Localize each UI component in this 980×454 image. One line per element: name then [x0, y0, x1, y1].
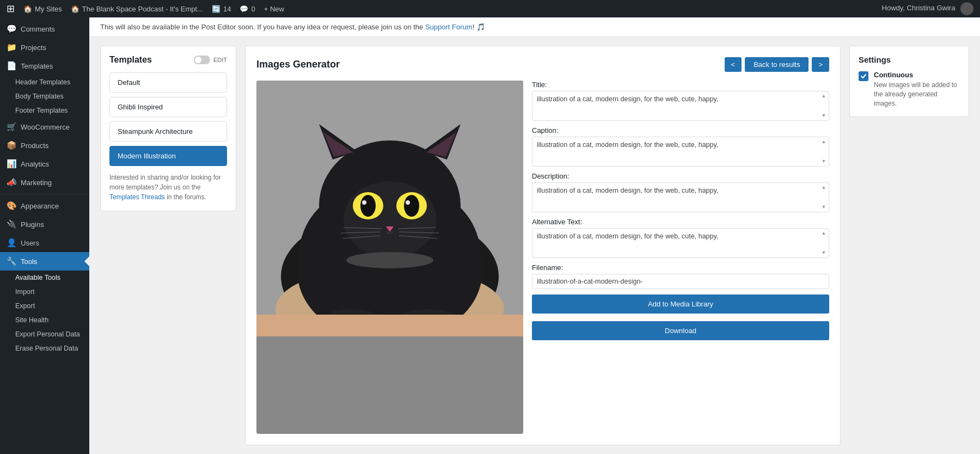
prev-button[interactable]: < [725, 57, 742, 72]
next-button[interactable]: > [812, 57, 829, 72]
scroll-up-arrow3[interactable]: ▲ [822, 185, 826, 190]
sidebar: 💬 Comments 📁 Projects 📄 Templates Header… [0, 17, 89, 454]
scroll-down-arrow2[interactable]: ▼ [822, 159, 826, 164]
sidebar-item-analytics[interactable]: 📊 Analytics [0, 155, 89, 173]
site-name-menu[interactable]: 🏠 The Blank Space Podcast - It's Empt... [71, 5, 203, 13]
templates-icon: 📄 [7, 61, 16, 71]
continuous-setting: Continuous New images will be added to t… [859, 71, 960, 108]
scroll-up-arrow2[interactable]: ▲ [822, 139, 826, 144]
sidebar-item-comments[interactable]: 💬 Comments [0, 20, 89, 38]
wp-logo[interactable]: ⊞ [7, 3, 15, 15]
caption-textarea[interactable]: illustration of a cat, modern design, fo… [532, 137, 818, 164]
description-textarea-wrapper: illustration of a cat, modern design, fo… [532, 182, 829, 212]
description-scrollbar[interactable]: ▲ ▼ [820, 184, 828, 211]
edit-toggle[interactable]: EDIT [194, 56, 227, 64]
sidebar-item-woocommerce[interactable]: 🛒 WooCommerce [0, 118, 89, 136]
filename-input[interactable] [532, 274, 829, 289]
svg-point-9 [404, 195, 419, 217]
description-textarea[interactable]: illustration of a cat, modern design, fo… [532, 183, 818, 210]
comment-icon: 💬 [240, 5, 248, 13]
caption-scrollbar[interactable]: ▲ ▼ [820, 138, 828, 165]
scroll-up-arrow4[interactable]: ▲ [822, 231, 826, 236]
updates-menu[interactable]: 🔄 14 [212, 5, 231, 13]
toggle-switch[interactable] [194, 56, 210, 64]
new-menu[interactable]: + New [264, 5, 284, 13]
scroll-down-arrow[interactable]: ▼ [822, 113, 826, 118]
sidebar-item-users[interactable]: 👤 Users [0, 234, 89, 252]
download-button[interactable]: Download [532, 321, 829, 340]
cat-illustration [256, 81, 523, 336]
alt-text-label: Alternative Text: [532, 218, 829, 226]
template-item-modern[interactable]: Modern Illustration [109, 146, 227, 166]
svg-point-7 [362, 200, 366, 205]
sidebar-item-body-templates[interactable]: Body Templates [0, 89, 89, 103]
sidebar-item-products[interactable]: 📦 Products [0, 136, 89, 155]
settings-title: Settings [859, 55, 960, 64]
support-forum-link[interactable]: Support Forum [425, 23, 473, 31]
template-item-default[interactable]: Default [109, 72, 227, 93]
menu-separator [0, 194, 89, 194]
sidebar-item-site-health[interactable]: Site Health [0, 313, 89, 327]
template-item-ghibli[interactable]: Ghibli Inspired [109, 97, 227, 117]
templates-thread-link[interactable]: Templates Threads [109, 193, 165, 201]
sidebar-item-erase-personal[interactable]: Erase Personal Data [0, 341, 89, 355]
caption-label: Caption: [532, 126, 829, 134]
alt-text-scrollbar[interactable]: ▲ ▼ [820, 230, 828, 256]
description-label: Description: [532, 172, 829, 180]
filename-label: Filename: [532, 263, 829, 272]
templates-info: Interested in sharing and/or looking for… [109, 173, 227, 202]
admin-bar: ⊞ 🏠 My Sites 🏠 The Blank Space Podcast -… [0, 0, 980, 17]
templates-panel-header: Templates EDIT [109, 55, 227, 65]
title-scrollbar[interactable]: ▲ ▼ [820, 93, 828, 119]
alt-text-textarea[interactable]: illustration of a cat, modern design, fo… [532, 229, 818, 256]
back-to-results-button[interactable]: Back to results [745, 57, 808, 72]
scroll-down-arrow3[interactable]: ▼ [822, 205, 826, 210]
sidebar-item-import[interactable]: Import [0, 285, 89, 299]
sidebar-item-templates[interactable]: 📄 Templates [0, 57, 89, 75]
edit-label: EDIT [213, 57, 227, 63]
caption-textarea-wrapper: illustration of a cat, modern design, fo… [532, 137, 829, 167]
appearance-icon: 🎨 [7, 201, 16, 211]
content-area: Templates EDIT Default Ghibli Inspired S [89, 37, 980, 454]
sidebar-item-header-templates[interactable]: Header Templates [0, 75, 89, 89]
title-textarea[interactable]: illustration of a cat, modern design, fo… [532, 91, 818, 119]
sidebar-item-available-tools[interactable]: Available Tools [0, 271, 89, 285]
sidebar-item-tools[interactable]: 🔧 Tools [0, 252, 89, 271]
home2-icon: 🏠 [71, 5, 79, 13]
sidebar-item-export-personal[interactable]: Export Personal Data [0, 327, 89, 341]
toggle-knob [195, 57, 201, 63]
products-icon: 📦 [7, 140, 16, 150]
music-icon: 🎵 [476, 23, 485, 31]
scroll-up-arrow[interactable]: ▲ [822, 94, 826, 99]
user-greeting[interactable]: Howdy, Christina Gwira [882, 2, 973, 15]
generator-title: Images Generator [256, 59, 340, 70]
continuous-label: Continuous [874, 71, 960, 79]
svg-point-6 [360, 195, 376, 217]
templates-panel-title: Templates [109, 55, 152, 65]
sidebar-item-footer-templates[interactable]: Footer Templates [0, 103, 89, 118]
sidebar-item-projects[interactable]: 📁 Projects [0, 38, 89, 57]
alt-text-textarea-wrapper: illustration of a cat, modern design, fo… [532, 228, 829, 258]
user-avatar [960, 2, 973, 15]
users-icon: 👤 [7, 238, 16, 248]
generator-panel: Images Generator < Back to results > [245, 46, 841, 445]
add-to-media-library-button[interactable]: Add to Media Library [532, 295, 829, 314]
sidebar-item-export[interactable]: Export [0, 299, 89, 313]
continuous-text: Continuous New images will be added to t… [874, 71, 960, 108]
scroll-down-arrow4[interactable]: ▼ [822, 250, 826, 255]
continuous-checkbox[interactable] [859, 71, 868, 81]
comments-icon: 💬 [7, 24, 16, 34]
sidebar-item-appearance[interactable]: 🎨 Appearance [0, 197, 89, 215]
filename-field-group: Filename: [532, 263, 829, 289]
my-sites-menu[interactable]: 🏠 My Sites [23, 5, 62, 13]
comments-menu[interactable]: 💬 0 [240, 5, 255, 13]
caption-field-group: Caption: illustration of a cat, modern d… [532, 126, 829, 167]
tools-icon: 🔧 [7, 256, 16, 266]
projects-icon: 📁 [7, 42, 16, 52]
svg-point-10 [406, 200, 410, 205]
title-label: Title: [532, 81, 829, 89]
generator-header: Images Generator < Back to results > [256, 57, 829, 72]
template-item-steampunk[interactable]: Steampunk Architecture [109, 121, 227, 142]
sidebar-item-marketing[interactable]: 📣 Marketing [0, 173, 89, 192]
sidebar-item-plugins[interactable]: 🔌 Plugins [0, 215, 89, 234]
